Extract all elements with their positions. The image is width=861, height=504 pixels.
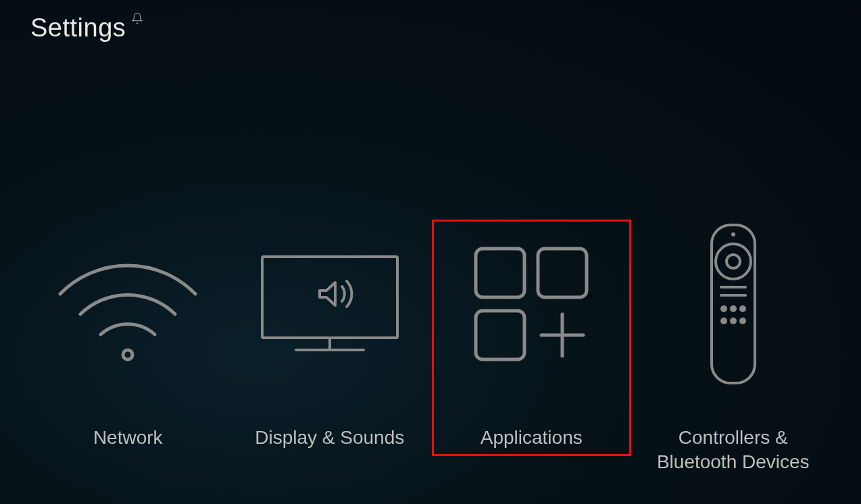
svg-point-12 (727, 255, 740, 268)
tile-label-display-sounds: Display & Sounds (255, 426, 404, 450)
remote-icon (706, 223, 760, 385)
display-sounds-icon (255, 223, 404, 385)
svg-point-16 (730, 305, 737, 312)
svg-point-15 (720, 305, 727, 312)
svg-rect-6 (476, 311, 524, 359)
svg-point-20 (739, 318, 746, 324)
svg-rect-1 (262, 257, 397, 338)
svg-rect-4 (476, 249, 524, 297)
tile-display-sounds[interactable]: Display & Sounds (235, 223, 424, 450)
svg-rect-9 (712, 225, 755, 383)
header: Settings (30, 14, 143, 43)
svg-point-18 (720, 318, 727, 324)
svg-point-10 (731, 232, 735, 236)
tile-label-applications: Applications (481, 426, 583, 450)
settings-tiles-row: Network Display & Sounds (0, 223, 861, 475)
svg-point-17 (739, 305, 746, 312)
svg-point-11 (716, 244, 751, 279)
tile-controllers-bluetooth[interactable]: Controllers & Bluetooth Devices (639, 223, 828, 475)
bell-icon (131, 12, 143, 24)
page-title: Settings (30, 14, 126, 43)
svg-point-0 (123, 350, 132, 359)
tile-label-network: Network (93, 426, 163, 450)
applications-icon (464, 223, 599, 385)
tile-network[interactable]: Network (33, 223, 222, 450)
tile-applications[interactable]: Applications (437, 223, 626, 450)
svg-rect-5 (538, 249, 587, 297)
wifi-icon (50, 223, 205, 385)
tile-label-controllers-bluetooth: Controllers & Bluetooth Devices (639, 426, 828, 475)
svg-point-19 (730, 318, 737, 324)
